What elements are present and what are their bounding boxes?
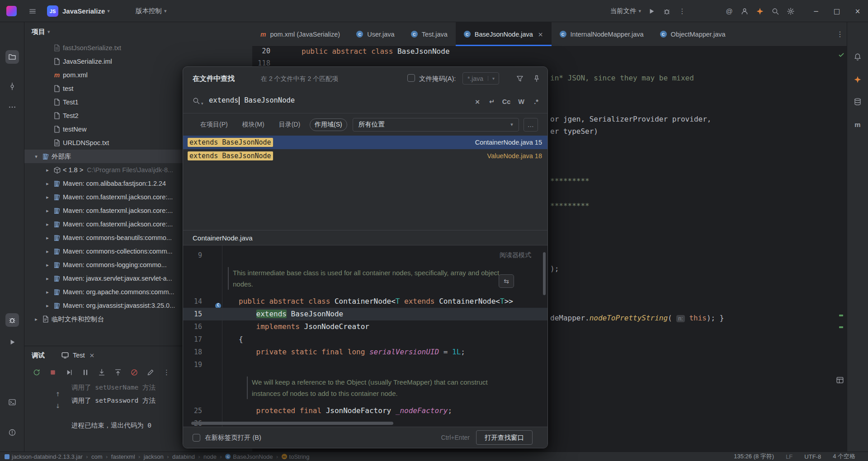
stop-button[interactable] xyxy=(47,367,58,378)
preview-editor[interactable]: 9This intermediate base class is used fo… xyxy=(183,245,547,428)
editor-tab-objectmapper-java[interactable]: CObjectMapper.java xyxy=(652,22,734,46)
console-up-arrow[interactable]: ↑ xyxy=(53,390,62,399)
regex-toggle[interactable]: .* xyxy=(530,96,542,108)
problems-icon[interactable] xyxy=(5,426,19,439)
search-result-row[interactable]: extends BaseJsonNodeContainerNode.java 1… xyxy=(183,136,547,149)
settings-button[interactable] xyxy=(783,4,798,19)
tree-item[interactable]: fastJsonSerialize.txt xyxy=(24,41,183,55)
scope-tab-option[interactable]: 在项目(P) xyxy=(195,118,233,131)
tree-item[interactable]: ▸Maven: com.fasterxml.jackson.core:... xyxy=(24,190,183,204)
chevron-right-icon[interactable]: ▸ xyxy=(43,181,52,187)
commit-icon[interactable] xyxy=(5,80,19,93)
scope-tab-option[interactable]: 目录(D) xyxy=(274,118,305,131)
tree-item[interactable]: test xyxy=(24,82,183,95)
close-button[interactable]: × xyxy=(847,0,868,22)
newline-icon[interactable]: ↵ xyxy=(486,96,498,108)
tree-item[interactable]: ▸Maven: commons-beanutils:commo... xyxy=(24,231,183,245)
more-h-icon[interactable] xyxy=(5,100,19,114)
tree-item[interactable]: ▸Maven: javax.servlet:javax.servlet-a... xyxy=(24,272,183,285)
tree-item[interactable]: Test2 xyxy=(24,109,183,122)
sparkle-icon[interactable] xyxy=(851,73,864,86)
tree-item[interactable]: ▸Maven: com.fasterxml.jackson.core:... xyxy=(24,217,183,231)
console-down-arrow[interactable]: ↓ xyxy=(53,401,62,410)
chevron-right-icon[interactable]: ▸ xyxy=(43,194,52,200)
chevron-right-icon[interactable]: ▸ xyxy=(43,221,52,227)
mute-button[interactable] xyxy=(128,367,140,378)
chevron-right-icon[interactable]: ▸ xyxy=(43,289,52,295)
project-panel-header[interactable]: 项目▾ xyxy=(24,22,252,41)
tree-item[interactable]: ▸Maven: commons-logging:commo... xyxy=(24,258,183,272)
chevron-down-icon[interactable]: ▾ xyxy=(488,76,499,81)
tree-item[interactable]: JavaSerialize.iml xyxy=(24,55,183,68)
chevron-right-icon[interactable]: ▸ xyxy=(32,316,41,322)
chevron-right-icon[interactable]: ▸ xyxy=(43,262,52,268)
open-in-new-tab-checkbox[interactable] xyxy=(193,434,200,442)
debug-button[interactable] xyxy=(659,4,675,19)
editor-tab-pom-xml-javaserialize-[interactable]: mpom.xml (JavaSerialize) xyxy=(252,22,348,46)
editor-tab-user-java[interactable]: CUser.java xyxy=(348,22,402,46)
scope-combo[interactable]: 所有位置 ▾ xyxy=(353,118,519,132)
scope-more-button[interactable]: … xyxy=(524,118,538,132)
breadcrumb-item[interactable]: databind xyxy=(172,453,195,460)
indent-widget[interactable]: 4 个空格 xyxy=(833,452,855,461)
breadcrumb-item[interactable]: fasterxml xyxy=(111,453,135,460)
step-up-button[interactable] xyxy=(112,367,123,378)
editor-tab-basejsonnode-java[interactable]: CBaseJsonNode.java× xyxy=(456,22,552,46)
search-input[interactable]: extends BaseJsonNode xyxy=(209,96,295,105)
tree-item[interactable]: ▾外部库 xyxy=(24,150,183,163)
chevron-down-icon[interactable]: ▾ xyxy=(32,154,41,160)
pin-icon[interactable] xyxy=(531,73,542,84)
file-mask-checkbox[interactable] xyxy=(407,74,415,82)
maven-m-icon[interactable]: m xyxy=(851,118,864,131)
search-history-chevron-icon[interactable]: ▾ xyxy=(201,101,203,106)
words-toggle[interactable]: W xyxy=(515,96,527,108)
tree-item[interactable]: ▸Maven: org.javassist:javassist:3.25.0..… xyxy=(24,299,183,312)
filter-icon[interactable] xyxy=(514,73,525,84)
mentions-button[interactable]: @ xyxy=(722,4,737,19)
breadcrumb-item[interactable]: CBaseJsonNode xyxy=(225,453,273,460)
scope-tab-selected[interactable]: 作用域(S) xyxy=(310,118,347,131)
tree-item[interactable]: Test1 xyxy=(24,95,183,109)
ai-assistant-button[interactable] xyxy=(752,4,768,19)
tree-item[interactable]: mpom.xml xyxy=(24,68,183,82)
tab-list-more-button[interactable]: ⋮ xyxy=(833,28,847,41)
main-menu-button[interactable] xyxy=(25,4,40,19)
run-button[interactable] xyxy=(644,4,659,19)
chevron-right-icon[interactable]: ▸ xyxy=(43,303,52,309)
bug-icon[interactable] xyxy=(5,313,19,327)
search-result-row[interactable]: extends BaseJsonNodeValueNode.java 18 xyxy=(183,149,547,163)
scope-tab-option[interactable]: 模块(M) xyxy=(237,118,269,131)
tree-item[interactable]: ▸Maven: com.fasterxml.jackson.core:... xyxy=(24,204,183,217)
tree-item[interactable]: ▸Maven: org.apache.commons:comm... xyxy=(24,285,183,299)
chevron-right-icon[interactable]: ▸ xyxy=(43,276,52,282)
folder-icon[interactable] xyxy=(5,50,19,64)
chevron-right-icon[interactable]: ▸ xyxy=(43,167,52,173)
database-icon[interactable] xyxy=(851,95,864,108)
reader-mode-toggle-button[interactable]: ⇆ xyxy=(499,274,514,288)
minimize-button[interactable]: − xyxy=(806,0,826,22)
run-configuration-selector[interactable]: 当前文件▾ xyxy=(610,0,641,22)
pause-button[interactable] xyxy=(80,367,91,378)
preview-vertical-scrollbar[interactable] xyxy=(543,252,546,295)
inspections-ok-icon[interactable] xyxy=(835,49,847,61)
breadcrumb-item[interactable]: jackson-databind-2.13.3.jar xyxy=(5,453,83,460)
rerun-button[interactable] xyxy=(31,367,42,378)
clear-search-icon[interactable]: × xyxy=(472,96,483,108)
editor-tab-internalnodemapper-java[interactable]: CInternalNodeMapper.java xyxy=(552,22,652,46)
match-case-toggle[interactable]: Cc xyxy=(500,96,512,108)
more-actions-button[interactable]: ⋮ xyxy=(675,4,690,19)
bell-icon[interactable] xyxy=(851,50,864,64)
breadcrumb-item[interactable]: node xyxy=(203,453,217,460)
breadcrumb-item[interactable]: mtoString xyxy=(282,453,310,460)
breadcrumb-item[interactable]: jackson xyxy=(144,453,164,460)
pencil-button[interactable] xyxy=(145,367,156,378)
maximize-button[interactable]: □ xyxy=(826,0,847,22)
chevron-right-icon[interactable]: ▸ xyxy=(43,249,52,254)
chevron-right-icon[interactable]: ▸ xyxy=(43,235,52,241)
tree-item[interactable]: ▸Maven: commons-collections:comm... xyxy=(24,245,183,258)
open-find-window-button[interactable]: 打开查找窗口 xyxy=(476,430,533,445)
preview-horizontal-scrollbar[interactable] xyxy=(191,422,393,425)
project-selector[interactable]: JavaSerialize▾ xyxy=(62,0,110,22)
search-everywhere-button[interactable] xyxy=(768,4,783,19)
editor-layout-icon[interactable] xyxy=(834,374,846,386)
